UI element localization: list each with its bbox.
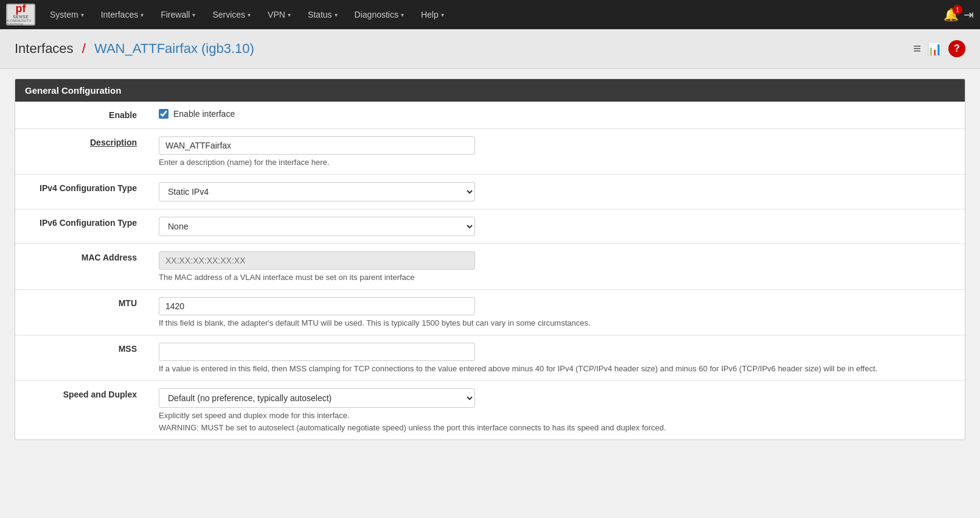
notification-bell-icon[interactable]: 🔔 1	[944, 7, 959, 22]
help-icon[interactable]: ?	[948, 40, 965, 57]
chevron-down-icon: ▾	[288, 12, 291, 18]
chevron-down-icon: ▾	[81, 12, 84, 18]
ipv6-config-type-select[interactable]: None Static IPv6 DHCPv6 SLAAC 6rd Tunnel…	[159, 217, 475, 236]
header-icons: ≡ 📊 ?	[913, 40, 965, 57]
notification-badge: 1	[953, 5, 962, 15]
description-help: Enter a description (name) for the inter…	[159, 158, 955, 167]
logo-pf-text: pf	[16, 3, 26, 14]
main-content: General Configuration Enable Enable inte…	[0, 69, 980, 462]
mac-address-input[interactable]	[159, 251, 475, 270]
description-value-cell: Enter a description (name) for the inter…	[149, 129, 965, 175]
nav-item-help[interactable]: Help ▾	[412, 0, 453, 29]
page-title: WAN_ATTFairfax (igb3.10)	[94, 41, 254, 56]
logo-ce-text: COMMUNITY EDITION	[7, 19, 34, 26]
mtu-input[interactable]	[159, 297, 475, 315]
nav-item-system[interactable]: System ▾	[41, 0, 92, 29]
description-input[interactable]	[159, 136, 475, 155]
description-label: Description	[15, 129, 149, 175]
mtu-label: MTU	[15, 290, 149, 335]
mss-help: If a value is entered in this field, the…	[159, 364, 955, 373]
ipv4-config-type-label: IPv4 Configuration Type	[15, 175, 149, 209]
mtu-value-cell: If this field is blank, the adapter's de…	[149, 290, 965, 335]
brand[interactable]: pf SENSE COMMUNITY EDITION	[6, 4, 35, 26]
breadcrumb: Interfaces / WAN_ATTFairfax (igb3.10)	[15, 41, 254, 57]
ipv4-config-type-row: IPv4 Configuration Type None Static IPv4…	[15, 175, 965, 209]
chevron-down-icon: ▾	[401, 12, 404, 18]
mss-input[interactable]	[159, 343, 475, 361]
speed-duplex-label: Speed and Duplex	[15, 381, 149, 440]
nav-item-status[interactable]: Status ▾	[299, 0, 346, 29]
enable-value-cell: Enable interface	[149, 102, 965, 129]
logout-icon[interactable]: ⇥	[964, 7, 974, 22]
navbar: pf SENSE COMMUNITY EDITION System ▾ Inte…	[0, 0, 980, 29]
chart-icon[interactable]: 📊	[927, 41, 942, 56]
enable-checkbox-label: Enable interface	[173, 109, 235, 119]
speed-duplex-select[interactable]: Default (no preference, typically autose…	[159, 388, 475, 408]
config-table: Enable Enable interface Description Ente…	[15, 102, 965, 439]
section-header: General Configuration	[15, 79, 965, 102]
mac-address-help: The MAC address of a VLAN interface must…	[159, 273, 955, 282]
ipv6-config-type-value-cell: None Static IPv6 DHCPv6 SLAAC 6rd Tunnel…	[149, 209, 965, 244]
chevron-down-icon: ▾	[441, 12, 444, 18]
breadcrumb-separator: /	[82, 41, 86, 56]
ipv6-config-type-label: IPv6 Configuration Type	[15, 209, 149, 244]
nav-item-firewall[interactable]: Firewall ▾	[152, 0, 204, 29]
enable-label: Enable	[15, 102, 149, 129]
ipv4-config-type-value-cell: None Static IPv4 DHCP PPPoE PPP PPTP L2T…	[149, 175, 965, 209]
description-row: Description Enter a description (name) f…	[15, 129, 965, 175]
mtu-row: MTU If this field is blank, the adapter'…	[15, 290, 965, 335]
speed-duplex-help1: Explicitly set speed and duplex mode for…	[159, 411, 955, 420]
general-config-section: General Configuration Enable Enable inte…	[15, 79, 965, 440]
nav-item-diagnostics[interactable]: Diagnostics ▾	[346, 0, 412, 29]
mss-value-cell: If a value is entered in this field, the…	[149, 335, 965, 381]
chevron-down-icon: ▾	[192, 12, 195, 18]
breadcrumb-base[interactable]: Interfaces	[15, 41, 74, 56]
filter-icon[interactable]: ≡	[913, 41, 921, 57]
enable-checkbox[interactable]	[159, 109, 169, 119]
speed-duplex-row: Speed and Duplex Default (no preference,…	[15, 381, 965, 440]
mtu-help: If this field is blank, the adapter's de…	[159, 318, 955, 327]
page-header: Interfaces / WAN_ATTFairfax (igb3.10) ≡ …	[0, 29, 980, 69]
enable-row: Enable Enable interface	[15, 102, 965, 129]
ipv4-config-type-select[interactable]: None Static IPv4 DHCP PPPoE PPP PPTP L2T…	[159, 182, 475, 201]
ipv6-config-type-row: IPv6 Configuration Type None Static IPv6…	[15, 209, 965, 244]
mac-address-label: MAC Address	[15, 244, 149, 290]
nav-item-interfaces[interactable]: Interfaces ▾	[92, 0, 152, 29]
mac-address-row: MAC Address The MAC address of a VLAN in…	[15, 244, 965, 290]
chevron-down-icon: ▾	[248, 12, 251, 18]
nav-item-vpn[interactable]: VPN ▾	[259, 0, 299, 29]
logo-sense-text: SENSE	[13, 15, 29, 19]
logo: pf SENSE COMMUNITY EDITION	[6, 4, 35, 26]
nav-item-services[interactable]: Services ▾	[204, 0, 259, 29]
mss-row: MSS If a value is entered in this field,…	[15, 335, 965, 381]
speed-duplex-value-cell: Default (no preference, typically autose…	[149, 381, 965, 440]
mac-address-value-cell: The MAC address of a VLAN interface must…	[149, 244, 965, 290]
nav-menu: System ▾ Interfaces ▾ Firewall ▾ Service…	[41, 0, 944, 29]
speed-duplex-help2: WARNING: MUST be set to autoselect (auto…	[159, 423, 955, 432]
chevron-down-icon: ▾	[335, 12, 338, 18]
mss-label: MSS	[15, 335, 149, 381]
enable-checkbox-row: Enable interface	[159, 109, 955, 119]
chevron-down-icon: ▾	[141, 12, 144, 18]
nav-right: 🔔 1 ⇥	[944, 7, 974, 22]
